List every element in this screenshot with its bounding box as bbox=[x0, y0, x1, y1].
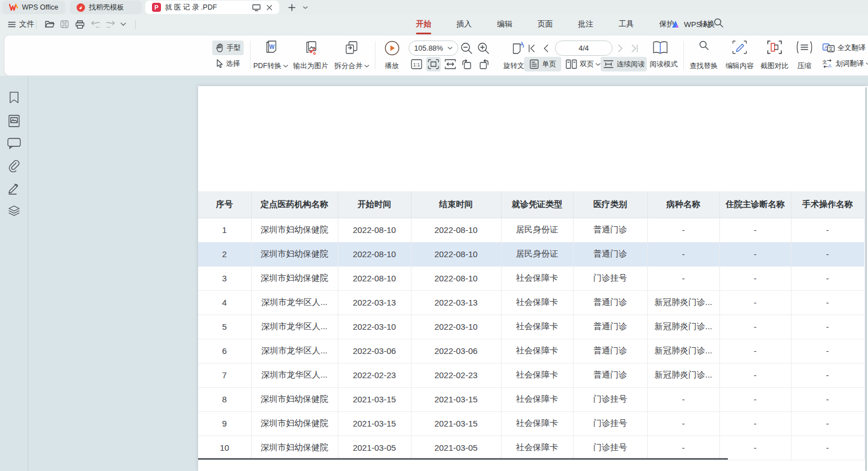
sidebar-annotate-pen-button[interactable] bbox=[7, 182, 21, 195]
tab-0[interactable]: WPS Office bbox=[2, 1, 65, 14]
page-indicator-value: 4/4 bbox=[579, 44, 589, 52]
table-row[interactable]: 5深圳市龙华区人...2022-03-102022-03-10社会保障卡普通门诊… bbox=[198, 315, 864, 339]
table-row[interactable]: 10深圳市妇幼保健院2021-03-052021-03-05社会保障卡门诊挂号-… bbox=[198, 436, 864, 460]
table-row[interactable]: 2深圳市妇幼保健院2022-08-102022-08-10居民身份证普通门诊--… bbox=[198, 242, 864, 266]
sidebar-layers-button[interactable] bbox=[7, 204, 21, 218]
new-tab-button[interactable] bbox=[285, 0, 298, 15]
play-button[interactable]: 播放 bbox=[380, 39, 404, 72]
sidebar-thumbnail-button[interactable] bbox=[7, 114, 21, 128]
table-row[interactable]: 4深圳市龙华区人...2022-03-132022-03-13社会保障卡普通门诊… bbox=[198, 290, 864, 315]
table-cell: - bbox=[647, 242, 719, 266]
full-text-translate-button[interactable]: A文全文翻译 bbox=[818, 41, 868, 55]
table-row[interactable]: 1深圳市妇幼保健院2022-08-102022-08-10居民身份证普通门诊--… bbox=[198, 218, 864, 242]
monitor-icon[interactable] bbox=[252, 4, 261, 11]
split-merge-button[interactable]: 拆分合并 bbox=[332, 39, 372, 72]
continuous-icon bbox=[603, 60, 614, 69]
tab-list-button[interactable] bbox=[298, 0, 312, 15]
quickbar-expand-button[interactable] bbox=[117, 17, 129, 32]
chevron-down-icon bbox=[303, 6, 308, 9]
export-image-button[interactable]: 输出为图片 bbox=[290, 39, 331, 72]
split-merge-button-label: 拆分合并 bbox=[334, 61, 363, 71]
table-row[interactable]: 8深圳市妇幼保健院2021-03-152021-03-15社会保障卡门诊挂号--… bbox=[198, 387, 864, 411]
file-menu-button[interactable]: 文件 bbox=[5, 17, 38, 32]
hand-tool-button[interactable]: 手型 bbox=[212, 41, 244, 55]
table-cell: - bbox=[791, 242, 864, 266]
menu-bar: 文件 开始插入编辑页面批注工具保护转换 WPS AI bbox=[0, 15, 868, 34]
table-cell: - bbox=[719, 218, 791, 242]
fit-width-button[interactable] bbox=[443, 57, 458, 71]
rotate-right-button[interactable] bbox=[476, 57, 491, 71]
continuous-read-button[interactable]: 连续阅读 bbox=[601, 57, 647, 71]
table-cell: 5 bbox=[198, 315, 251, 339]
sidebar-comment-button[interactable] bbox=[7, 137, 21, 150]
screenshot-compare-button[interactable]: 截图对比 bbox=[757, 39, 792, 72]
nav-first-page-button[interactable] bbox=[525, 41, 539, 56]
redo-button[interactable] bbox=[103, 17, 118, 32]
tab-1[interactable]: 找稻壳模板 bbox=[70, 1, 142, 14]
sidebar-bookmark-button[interactable] bbox=[7, 92, 21, 105]
find-replace-button[interactable]: 查找替换 bbox=[686, 39, 721, 72]
nav-last-icon bbox=[630, 44, 638, 52]
table-row[interactable]: 6深圳市龙华区人...2022-03-062022-03-06社会保障卡普通门诊… bbox=[198, 339, 864, 363]
svg-text:W: W bbox=[269, 44, 275, 50]
table-row[interactable]: 7深圳市龙华区人...2022-02-232022-02-23社会保障卡普通门诊… bbox=[198, 363, 864, 387]
ribbon-group-divider bbox=[683, 41, 684, 69]
save-button[interactable] bbox=[57, 17, 72, 32]
table-row[interactable]: 9深圳市妇幼保健院2021-03-152021-03-15社会保障卡门诊挂号--… bbox=[198, 411, 864, 436]
read-mode-icon-button[interactable] bbox=[651, 39, 670, 56]
select-tool-button[interactable]: 选择 bbox=[212, 56, 244, 71]
medical-records-table: 序号定点医药机构名称开始时间结束时间就诊凭证类型医疗类别病种名称住院主诊断名称手… bbox=[198, 191, 865, 460]
export-image-icon bbox=[303, 41, 318, 55]
table-cell: 2021-03-05 bbox=[338, 436, 411, 460]
nav-first-icon bbox=[528, 44, 536, 52]
compress-button[interactable]: 压缩 bbox=[792, 39, 817, 72]
menu-tab-开始[interactable]: 开始 bbox=[411, 16, 436, 32]
open-file-button[interactable] bbox=[42, 17, 58, 32]
tab-strip: WPS Office找稻壳模板P就 医 记 录 .PDF bbox=[0, 0, 868, 15]
nav-last-page-button[interactable] bbox=[628, 41, 641, 56]
zoom-level-combobox[interactable]: 105.88% bbox=[409, 41, 458, 56]
table-cell: - bbox=[647, 387, 719, 411]
print-button[interactable] bbox=[72, 17, 88, 32]
svg-text:A: A bbox=[828, 63, 831, 68]
page-indicator-input[interactable]: 4/4 bbox=[555, 41, 612, 56]
find-replace-button-label: 查找替换 bbox=[690, 61, 718, 71]
menu-tab-批注[interactable]: 批注 bbox=[574, 16, 598, 32]
table-row[interactable]: 3深圳市妇幼保健院2022-08-102022-08-10社会保障卡门诊挂号--… bbox=[198, 266, 864, 290]
ratio-1-1-button[interactable]: 1:1 bbox=[409, 57, 424, 71]
single-page-button[interactable]: 单页 bbox=[524, 57, 561, 71]
table-cell: 社会保障卡 bbox=[501, 339, 573, 363]
undo-button[interactable] bbox=[88, 17, 103, 32]
ratio-1-1-icon: 1:1 bbox=[411, 59, 422, 69]
tab-active-document[interactable]: P就 医 记 录 .PDF bbox=[145, 1, 279, 14]
menu-tab-页面[interactable]: 页面 bbox=[533, 16, 557, 32]
double-page-button[interactable]: 双页 bbox=[563, 57, 603, 71]
pdf-convert-button[interactable]: WPDF转换 bbox=[252, 39, 289, 72]
nav-next-page-button[interactable] bbox=[614, 41, 627, 56]
table-cell: 居民身份证 bbox=[501, 242, 573, 266]
word-translate-button[interactable]: 文A划词翻译 bbox=[818, 57, 868, 70]
search-icon[interactable] bbox=[714, 18, 723, 28]
double-page-button-label: 双页 bbox=[580, 60, 594, 69]
table-horizontal-scrollbar[interactable] bbox=[198, 458, 728, 460]
table-cell: - bbox=[647, 436, 719, 460]
read-mode-button[interactable]: 阅读模式 bbox=[647, 57, 681, 71]
nav-prev-page-button[interactable] bbox=[540, 41, 552, 56]
chevron-down-icon bbox=[448, 47, 453, 50]
table-cell: 4 bbox=[198, 290, 251, 315]
menu-tab-工具[interactable]: 工具 bbox=[614, 16, 638, 32]
menu-tab-插入[interactable]: 插入 bbox=[452, 16, 476, 32]
wps-ai-button[interactable]: WPS AI bbox=[672, 17, 710, 32]
edit-content-icon bbox=[732, 41, 747, 54]
vertical-scrollbar[interactable] bbox=[865, 87, 867, 471]
annotate-pen-icon bbox=[8, 182, 20, 195]
zoom-out-button[interactable] bbox=[459, 41, 474, 56]
close-icon[interactable] bbox=[266, 5, 272, 11]
menu-tab-编辑[interactable]: 编辑 bbox=[493, 16, 517, 32]
zoom-in-button[interactable] bbox=[476, 41, 491, 56]
edit-content-button[interactable]: 编辑内容 bbox=[722, 39, 757, 72]
sidebar-attachment-button[interactable] bbox=[7, 159, 21, 173]
rotate-left-button[interactable] bbox=[459, 57, 474, 71]
fit-page-button[interactable] bbox=[426, 57, 441, 71]
continuous-read-button-label: 连续阅读 bbox=[617, 60, 645, 69]
